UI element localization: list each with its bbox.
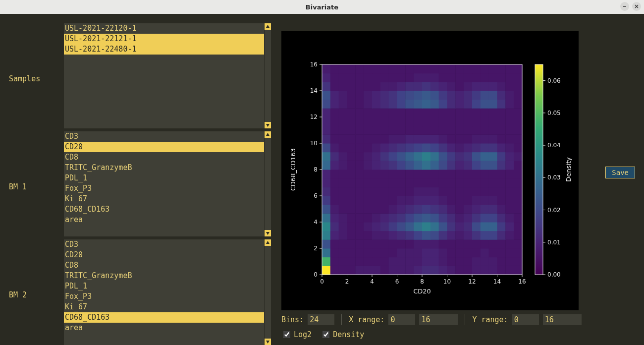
svg-rect-456	[439, 108, 447, 117]
svg-rect-564	[339, 64, 347, 73]
list-item[interactable]: PDL_1	[64, 281, 264, 291]
log2-checkbox[interactable]: Log2	[281, 330, 312, 340]
svg-rect-513	[514, 91, 522, 100]
scroll-down-icon[interactable]	[265, 122, 271, 128]
list-item[interactable]: CD3	[64, 131, 264, 142]
list-item[interactable]: CD3	[64, 239, 264, 250]
svg-rect-465	[514, 108, 522, 117]
svg-rect-274	[322, 170, 330, 178]
svg-rect-91	[397, 239, 406, 248]
minimize-button[interactable]	[620, 2, 629, 11]
svg-rect-200	[505, 205, 514, 214]
svg-rect-355	[397, 143, 406, 152]
svg-rect-191	[430, 205, 439, 214]
svg-rect-435	[464, 117, 472, 126]
log2-checkbox-input[interactable]	[283, 331, 290, 338]
list-item[interactable]: area	[64, 215, 264, 225]
svg-rect-271	[497, 178, 506, 187]
list-item[interactable]: TRITC_GranzymeB	[64, 271, 264, 281]
bins-input[interactable]	[308, 314, 334, 325]
svg-rect-186	[389, 205, 397, 214]
scroll-up-icon[interactable]	[265, 23, 271, 30]
svg-text:8: 8	[314, 166, 318, 173]
xmin-input[interactable]	[388, 314, 415, 325]
list-item[interactable]: Fox_P3	[64, 291, 264, 302]
svg-rect-284	[405, 170, 414, 178]
svg-rect-500	[405, 91, 414, 100]
list-item[interactable]: CD68_CD163	[64, 312, 264, 323]
svg-rect-504	[439, 91, 447, 100]
list-item[interactable]: CD8	[64, 152, 264, 163]
xmax-input[interactable]	[419, 314, 458, 325]
svg-rect-303	[364, 161, 372, 170]
bm1-scrollbar[interactable]	[264, 131, 271, 236]
svg-text:0: 0	[320, 278, 324, 285]
svg-rect-364	[472, 143, 481, 152]
svg-rect-112	[372, 231, 380, 240]
list-item[interactable]: CD8	[64, 260, 264, 271]
list-item[interactable]: Ki_67	[64, 194, 264, 204]
svg-rect-244	[472, 187, 481, 196]
svg-rect-379	[397, 134, 406, 143]
list-item[interactable]: USL-2021-22480-1	[64, 44, 264, 55]
bm2-listbox[interactable]: CD3CD20CD8TRITC_GranzymeBPDL_1Fox_P3Ki_6…	[63, 239, 271, 345]
svg-rect-422	[355, 117, 364, 126]
ymin-input[interactable]	[512, 314, 539, 325]
list-item[interactable]: TRITC_GranzymeB	[64, 163, 264, 173]
samples-scrollbar[interactable]	[264, 23, 271, 128]
svg-rect-128	[505, 231, 514, 240]
list-item[interactable]: Ki_67	[64, 302, 264, 312]
svg-rect-123	[464, 231, 472, 240]
svg-rect-79	[497, 248, 506, 257]
svg-rect-404	[405, 126, 414, 135]
svg-rect-359	[430, 143, 439, 152]
svg-rect-563	[330, 64, 339, 73]
list-item[interactable]: USL-2021-22121-1	[64, 34, 264, 44]
ymax-input[interactable]	[543, 314, 582, 325]
svg-rect-120	[439, 231, 447, 240]
svg-rect-288	[439, 170, 447, 178]
svg-rect-341	[481, 152, 489, 161]
svg-rect-149	[481, 222, 489, 231]
svg-rect-87	[364, 239, 372, 248]
list-item[interactable]: area	[64, 323, 264, 333]
svg-rect-431	[430, 117, 439, 126]
svg-rect-245	[481, 187, 489, 196]
svg-rect-125	[481, 231, 489, 240]
list-item[interactable]: USL-2021-22120-1	[64, 23, 264, 34]
list-item[interactable]: Fox_P3	[64, 183, 264, 194]
svg-rect-37	[347, 257, 356, 266]
scroll-down-icon[interactable]	[265, 339, 271, 345]
scroll-up-icon[interactable]	[265, 131, 271, 138]
svg-rect-138	[389, 222, 397, 231]
close-button[interactable]	[632, 2, 641, 11]
svg-rect-27	[464, 266, 472, 275]
svg-rect-397	[347, 126, 356, 135]
list-item[interactable]: PDL_1	[64, 173, 264, 183]
list-item[interactable]: CD20	[64, 142, 264, 152]
svg-rect-298	[322, 161, 330, 170]
scroll-up-icon[interactable]	[265, 239, 271, 246]
svg-rect-460	[472, 108, 481, 117]
svg-rect-551	[430, 73, 439, 82]
density-checkbox[interactable]: Density	[321, 330, 364, 340]
svg-rect-141	[414, 222, 422, 231]
density-checkbox-input[interactable]	[322, 331, 329, 338]
svg-rect-625	[535, 64, 543, 275]
list-item[interactable]: CD68_CD163	[64, 204, 264, 215]
bm2-scrollbar[interactable]	[264, 239, 271, 345]
svg-rect-124	[472, 231, 481, 240]
scroll-down-icon[interactable]	[265, 230, 271, 236]
svg-text:Density: Density	[565, 157, 572, 182]
svg-rect-101	[481, 239, 489, 248]
save-button[interactable]: Save	[605, 167, 635, 178]
svg-rect-196	[472, 205, 481, 214]
svg-rect-67	[397, 248, 406, 257]
svg-rect-307	[397, 161, 406, 170]
svg-rect-211	[397, 196, 406, 205]
samples-listbox[interactable]: USL-2021-22120-1USL-2021-22121-1USL-2021…	[63, 23, 271, 129]
svg-rect-85	[347, 239, 356, 248]
svg-rect-324	[339, 152, 347, 161]
bm1-listbox[interactable]: CD3CD20CD8TRITC_GranzymeBPDL_1Fox_P3Ki_6…	[63, 131, 271, 237]
list-item[interactable]: CD20	[64, 250, 264, 260]
